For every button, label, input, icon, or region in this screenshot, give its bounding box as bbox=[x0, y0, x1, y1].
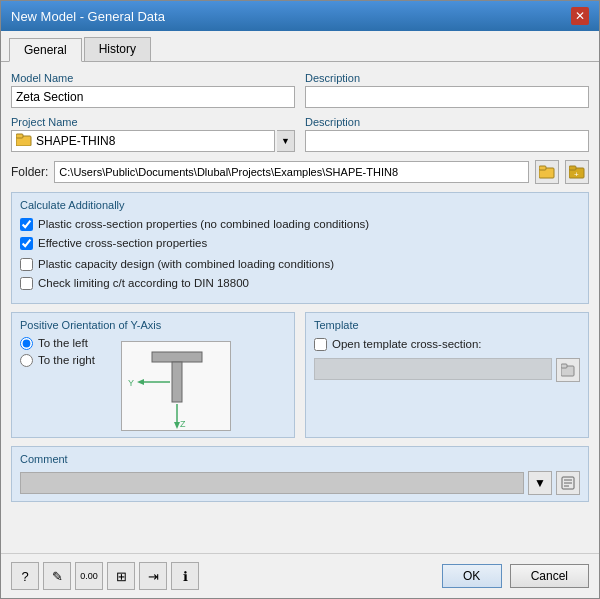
orientation-svg: Y Z bbox=[122, 342, 231, 431]
template-title: Template bbox=[314, 319, 580, 331]
orientation-title: Positive Orientation of Y-Axis bbox=[20, 319, 286, 331]
svg-rect-1 bbox=[16, 134, 23, 138]
project-desc-label: Description bbox=[305, 116, 589, 128]
checkbox-check-limiting: Check limiting c/t according to DIN 1880… bbox=[20, 276, 580, 291]
comment-row: ▼ bbox=[20, 471, 580, 495]
main-window: New Model - General Data ✕ General Histo… bbox=[0, 0, 600, 599]
project-dropdown-arrow[interactable]: ▼ bbox=[277, 130, 295, 152]
plastic-cs-checkbox[interactable] bbox=[20, 218, 33, 231]
folder-browse-btn2[interactable]: + bbox=[565, 160, 589, 184]
svg-text:Z: Z bbox=[180, 419, 186, 429]
orient-inner: To the left To the right bbox=[20, 337, 286, 431]
model-name-input[interactable] bbox=[11, 86, 295, 108]
open-template-label: Open template cross-section: bbox=[332, 337, 482, 352]
tab-strip: General History bbox=[1, 31, 599, 62]
model-name-group: Model Name bbox=[11, 72, 295, 108]
edit-btn[interactable]: ✎ bbox=[43, 562, 71, 590]
project-name-value: SHAPE-THIN8 bbox=[36, 134, 115, 148]
plastic-cs-label: Plastic cross-section properties (no com… bbox=[38, 217, 369, 232]
checkbox-plastic-cs: Plastic cross-section properties (no com… bbox=[20, 217, 580, 232]
export-icon: ⇥ bbox=[148, 569, 159, 584]
model-name-row: Model Name Description bbox=[11, 72, 589, 108]
table-icon: ⊞ bbox=[116, 569, 127, 584]
template-select[interactable] bbox=[314, 358, 552, 380]
project-combo-row: SHAPE-THIN8 ▼ bbox=[11, 130, 295, 152]
folder-browse-btn1[interactable] bbox=[535, 160, 559, 184]
info-icon: ℹ bbox=[183, 569, 188, 584]
folder-label: Folder: bbox=[11, 165, 48, 179]
project-select[interactable]: SHAPE-THIN8 bbox=[11, 130, 275, 152]
model-desc-label: Description bbox=[305, 72, 589, 84]
radio-left-label: To the left bbox=[38, 337, 88, 349]
open-template-row: Open template cross-section: bbox=[314, 337, 580, 352]
radio-right-label: To the right bbox=[38, 354, 95, 366]
checkbox-plastic-cap: Plastic capacity design (with combined l… bbox=[20, 257, 580, 272]
template-browse-btn[interactable] bbox=[556, 358, 580, 382]
radio-left-row: To the left bbox=[20, 337, 95, 350]
folder-row: Folder: + bbox=[11, 160, 589, 184]
comment-box: Comment ▼ bbox=[11, 446, 589, 502]
num-btn[interactable]: 0.00 bbox=[75, 562, 103, 590]
model-desc-input[interactable] bbox=[305, 86, 589, 108]
orient-radios: To the left To the right bbox=[20, 337, 95, 431]
svg-marker-10 bbox=[137, 379, 144, 385]
bottom-bar: ? ✎ 0.00 ⊞ ⇥ ℹ OK Cancel bbox=[1, 553, 599, 598]
radio-right-row: To the right bbox=[20, 354, 95, 367]
orientation-diagram: Y Z bbox=[121, 341, 231, 431]
project-desc-group: Description bbox=[305, 116, 589, 152]
folder-path-input[interactable] bbox=[54, 161, 529, 183]
title-bar: New Model - General Data ✕ bbox=[1, 1, 599, 31]
plastic-cap-checkbox[interactable] bbox=[20, 258, 33, 271]
content-area: Model Name Description Project Name bbox=[1, 62, 599, 553]
comment-title: Comment bbox=[20, 453, 580, 465]
info-btn[interactable]: ℹ bbox=[171, 562, 199, 590]
tab-general[interactable]: General bbox=[9, 38, 82, 62]
svg-rect-8 bbox=[172, 362, 182, 402]
table-btn[interactable]: ⊞ bbox=[107, 562, 135, 590]
svg-rect-7 bbox=[152, 352, 202, 362]
folder-icon bbox=[16, 133, 32, 149]
model-desc-group: Description bbox=[305, 72, 589, 108]
dialog-buttons: OK Cancel bbox=[442, 564, 589, 588]
window-title: New Model - General Data bbox=[11, 9, 165, 24]
plastic-cap-label: Plastic capacity design (with combined l… bbox=[38, 257, 334, 272]
calculate-section: Calculate Additionally Plastic cross-sec… bbox=[11, 192, 589, 304]
svg-text:+: + bbox=[574, 170, 579, 179]
help-btn[interactable]: ? bbox=[11, 562, 39, 590]
bottom-icons: ? ✎ 0.00 ⊞ ⇥ ℹ bbox=[11, 562, 199, 590]
check-limiting-label: Check limiting c/t according to DIN 1880… bbox=[38, 276, 249, 291]
help-icon: ? bbox=[21, 569, 28, 584]
project-desc-input[interactable] bbox=[305, 130, 589, 152]
project-name-row: Project Name SHAPE-THIN8 ▼ bbox=[11, 116, 589, 152]
svg-text:Y: Y bbox=[128, 378, 134, 388]
effective-cs-checkbox[interactable] bbox=[20, 237, 33, 250]
project-name-label: Project Name bbox=[11, 116, 295, 128]
comment-browse-btn[interactable] bbox=[556, 471, 580, 495]
checkbox-effective-cs: Effective cross-section properties bbox=[20, 236, 580, 251]
edit-icon: ✎ bbox=[52, 569, 63, 584]
calculate-section-title: Calculate Additionally bbox=[20, 199, 580, 211]
model-name-label: Model Name bbox=[11, 72, 295, 84]
svg-rect-3 bbox=[539, 166, 546, 170]
template-combo-row bbox=[314, 358, 580, 382]
open-template-checkbox[interactable] bbox=[314, 338, 327, 351]
close-button[interactable]: ✕ bbox=[571, 7, 589, 25]
effective-cs-label: Effective cross-section properties bbox=[38, 236, 207, 251]
tab-history[interactable]: History bbox=[84, 37, 151, 61]
radio-right[interactable] bbox=[20, 354, 33, 367]
ok-button[interactable]: OK bbox=[442, 564, 502, 588]
svg-rect-16 bbox=[561, 364, 567, 368]
cancel-button[interactable]: Cancel bbox=[510, 564, 589, 588]
radio-left[interactable] bbox=[20, 337, 33, 350]
comment-expand-btn[interactable]: ▼ bbox=[528, 471, 552, 495]
project-name-group: Project Name SHAPE-THIN8 ▼ bbox=[11, 116, 295, 152]
template-box: Template Open template cross-section: bbox=[305, 312, 589, 438]
orientation-box: Positive Orientation of Y-Axis To the le… bbox=[11, 312, 295, 438]
num-icon: 0.00 bbox=[80, 571, 98, 581]
comment-input[interactable] bbox=[20, 472, 524, 494]
export-btn[interactable]: ⇥ bbox=[139, 562, 167, 590]
lower-sections: Positive Orientation of Y-Axis To the le… bbox=[11, 312, 589, 438]
check-limiting-checkbox[interactable] bbox=[20, 277, 33, 290]
